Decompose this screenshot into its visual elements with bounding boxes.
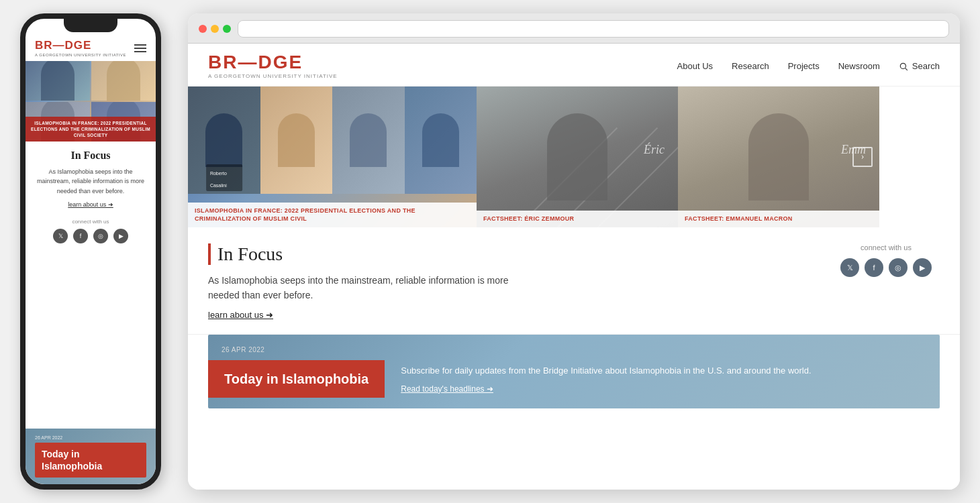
banner-red-box[interactable]: Today in Islamophobia [208, 360, 385, 398]
nav-search[interactable]: Search [899, 61, 940, 71]
site-logo[interactable]: BR—DGE [208, 53, 338, 72]
browser-window: BR—DGE A GEORGETOWN UNIVERSITY INITIATIV… [188, 13, 960, 490]
hamburger-menu[interactable] [134, 44, 146, 52]
nav-research[interactable]: Research [732, 61, 769, 71]
phone-social-icons: 𝕏 f ◎ ▶ [35, 229, 146, 243]
phone-logo-sub: A GEORGETOWN UNIVERSITY INITIATIVE [35, 53, 126, 57]
connect-label: connect with us [832, 243, 940, 252]
phone-in-focus-desc: As Islamophobia seeps into the mainstrea… [35, 167, 146, 196]
face-cell-1 [26, 61, 90, 101]
in-focus-section: In Focus As Islamophobia seeps into the … [188, 227, 960, 335]
browser-dots [199, 25, 231, 33]
svg-line-1 [905, 68, 907, 70]
nav-about[interactable]: About Us [677, 61, 713, 71]
hero-carousel: Roberto Casalini ISLAMOPHOBIA IN FRANCE:… [188, 87, 960, 227]
nav-projects[interactable]: Projects [788, 61, 820, 71]
hamburger-line [134, 48, 146, 49]
phone-hero-overlay: ISLAMOPHOBIA IN FRANCE: 2022 PRESIDENTIA… [26, 117, 156, 142]
nav-newsroom[interactable]: Newsroom [838, 61, 880, 71]
hero-slide-3[interactable]: Emm FACTSHEET: EMMANUEL MACRON › [678, 87, 879, 227]
site-logo-sub: A GEORGETOWN UNIVERSITY INITIATIVE [208, 73, 338, 79]
in-focus-right: connect with us 𝕏 f ◎ ▶ [832, 243, 940, 277]
in-focus-learn-link[interactable]: learn about us ➜ [208, 310, 273, 320]
hero-slide-2[interactable]: Éric FACTSHEET: ÉRIC ZEMMOUR [477, 87, 678, 227]
browser-minimize-dot[interactable] [211, 25, 219, 33]
svg-point-0 [900, 63, 905, 68]
search-label: Search [912, 61, 940, 71]
phone-connect-label: connect with us [35, 219, 146, 225]
hero-label-1: ISLAMOPHOBIA IN FRANCE: 2022 PRESIDENTIA… [188, 203, 477, 227]
instagram-icon[interactable]: ◎ [889, 258, 908, 277]
banner-main: Today in Islamophobia Subscribe for dail… [208, 353, 940, 404]
browser-address-bar[interactable] [238, 20, 949, 38]
browser-chrome [188, 13, 960, 44]
banner-title: Today in Islamophobia [224, 371, 369, 387]
phone-connect: connect with us 𝕏 f ◎ ▶ [35, 219, 146, 243]
phone-instagram-icon[interactable]: ◎ [93, 229, 108, 243]
hero-slide3-title: FACTSHEET: EMMANUEL MACRON [685, 215, 873, 223]
phone-twitter-icon[interactable]: 𝕏 [53, 229, 68, 243]
hero-label-2: FACTSHEET: ÉRIC ZEMMOUR [477, 211, 678, 227]
search-icon [899, 62, 908, 71]
site-nav: BR—DGE A GEORGETOWN UNIVERSITY INITIATIV… [188, 44, 960, 87]
today-banner-inner: 26 APR 2022 Today in Islamophobia Subscr… [208, 338, 940, 404]
phone-footer-date: 26 APR 2022 [35, 435, 146, 440]
in-focus-desc: As Islamophobia seeps into the mainstrea… [208, 273, 517, 303]
phone-header: BR—DGE A GEORGETOWN UNIVERSITY INITIATIV… [26, 32, 156, 61]
hero-slide-1[interactable]: Roberto Casalini ISLAMOPHOBIA IN FRANCE:… [188, 87, 477, 227]
zemmour-name: Éric [644, 143, 665, 157]
phone-hero-image: ISLAMOPHOBIA IN FRANCE: 2022 PRESIDENTIA… [26, 61, 156, 142]
site-logo-area: BR—DGE A GEORGETOWN UNIVERSITY INITIATIV… [208, 53, 338, 79]
browser-body: BR—DGE A GEORGETOWN UNIVERSITY INITIATIV… [188, 44, 960, 490]
carousel-next-arrow[interactable]: › [852, 147, 873, 167]
in-focus-title: In Focus [217, 243, 283, 265]
in-focus-title-row: In Focus [208, 243, 832, 265]
mobile-phone: BR—DGE A GEORGETOWN UNIVERSITY INITIATIV… [20, 13, 161, 490]
banner-date: 26 APR 2022 [208, 338, 940, 353]
twitter-icon[interactable]: 𝕏 [840, 258, 859, 277]
phone-shell: BR—DGE A GEORGETOWN UNIVERSITY INITIATIV… [20, 13, 161, 490]
phone-logo: BR—DGE [35, 39, 126, 52]
phone-footer-box: Today in Islamophobia [35, 443, 146, 478]
hero-slide2-title: FACTSHEET: ÉRIC ZEMMOUR [483, 215, 671, 223]
phone-notch [64, 19, 117, 32]
banner-desc: Subscribe for daily updates from the Bri… [401, 364, 924, 378]
banner-right-text: Subscribe for daily updates from the Bri… [385, 364, 940, 394]
phone-youtube-icon[interactable]: ▶ [113, 229, 128, 243]
hero-label-3: FACTSHEET: EMMANUEL MACRON [678, 211, 879, 227]
browser-close-dot[interactable] [199, 25, 207, 33]
banner-read-link[interactable]: Read today's headlines ➜ [401, 384, 493, 394]
hamburger-line [134, 51, 146, 52]
social-icons: 𝕏 f ◎ ▶ [832, 258, 940, 277]
phone-body: In Focus As Islamophobia seeps into the … [26, 142, 156, 429]
face-cell-2 [91, 61, 156, 101]
facebook-icon[interactable]: f [865, 258, 883, 277]
phone-footer: 26 APR 2022 Today in Islamophobia [26, 429, 156, 484]
phone-facebook-icon[interactable]: f [73, 229, 88, 243]
in-focus-left: In Focus As Islamophobia seeps into the … [208, 243, 832, 321]
hamburger-line [134, 44, 146, 46]
in-focus-bar [208, 243, 211, 265]
phone-footer-text: Today in Islamophobia [42, 448, 140, 472]
phone-hero-title: ISLAMOPHOBIA IN FRANCE: 2022 PRESIDENTIA… [31, 120, 150, 138]
phone-content: BR—DGE A GEORGETOWN UNIVERSITY INITIATIV… [26, 32, 156, 484]
today-banner: 26 APR 2022 Today in Islamophobia Subscr… [208, 335, 940, 408]
browser-maximize-dot[interactable] [223, 25, 231, 33]
phone-in-focus-title: In Focus [35, 150, 146, 162]
nav-links: About Us Research Projects Newsroom Sear… [677, 61, 940, 71]
youtube-icon[interactable]: ▶ [913, 258, 932, 277]
phone-learn-link[interactable]: learn about us ➜ [35, 201, 146, 208]
hero-slide1-title: ISLAMOPHOBIA IN FRANCE: 2022 PRESIDENTIA… [195, 207, 470, 223]
